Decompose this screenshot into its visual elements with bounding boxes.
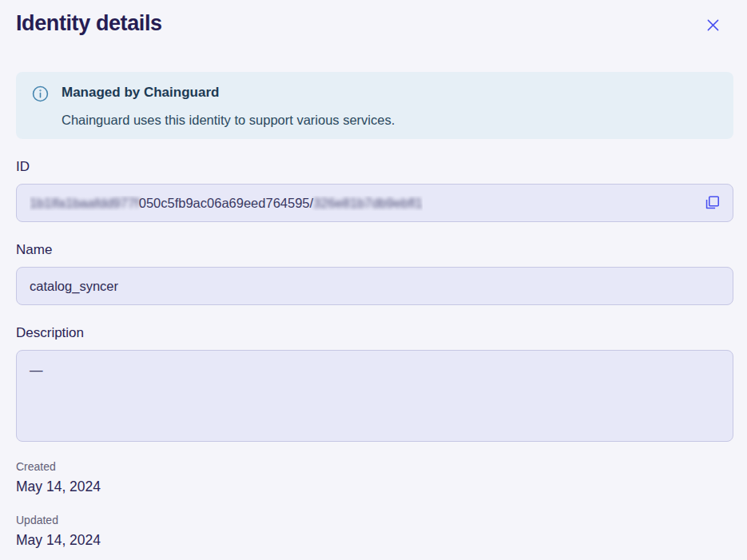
updated-block: Updated May 14, 2024 [16,514,747,549]
info-banner-message: Chainguard uses this identity to support… [62,111,395,129]
info-banner-title: Managed by Chainguard [62,84,395,101]
id-value-redacted-suffix: 326e81b7db9ebfl1 [313,196,423,211]
name-input[interactable] [16,267,733,305]
updated-label: Updated [16,514,747,527]
created-label: Created [16,460,747,474]
name-label: Name [16,242,747,258]
id-label: ID [16,159,747,175]
id-value-visible: 050c5fb9ac06a69eed764595/ [139,196,313,211]
created-block: Created May 14, 2024 [16,460,747,495]
id-field[interactable]: 1b1lfa1baafdd977f050c5fb9ac06a69eed76459… [16,184,733,222]
info-banner-content: Managed by Chainguard Chainguard uses th… [62,83,395,129]
close-icon [705,24,721,36]
copy-id-button[interactable] [696,187,728,219]
description-label: Description [16,325,747,341]
page-title: Identity details [16,10,162,36]
info-banner: Managed by Chainguard Chainguard uses th… [16,72,733,139]
updated-value: May 14, 2024 [16,532,747,549]
identity-details-panel: Identity details Managed by Chainguard C… [0,0,747,549]
panel-header: Identity details [0,0,747,37]
id-value-redacted-prefix: 1b1lfa1baafdd977f [30,196,139,211]
info-icon [32,85,49,129]
close-button[interactable] [701,14,725,37]
created-value: May 14, 2024 [16,479,747,495]
copy-icon [703,194,721,212]
description-input[interactable]: — [16,350,733,442]
id-value: 1b1lfa1baafdd977f050c5fb9ac06a69eed76459… [30,196,423,211]
